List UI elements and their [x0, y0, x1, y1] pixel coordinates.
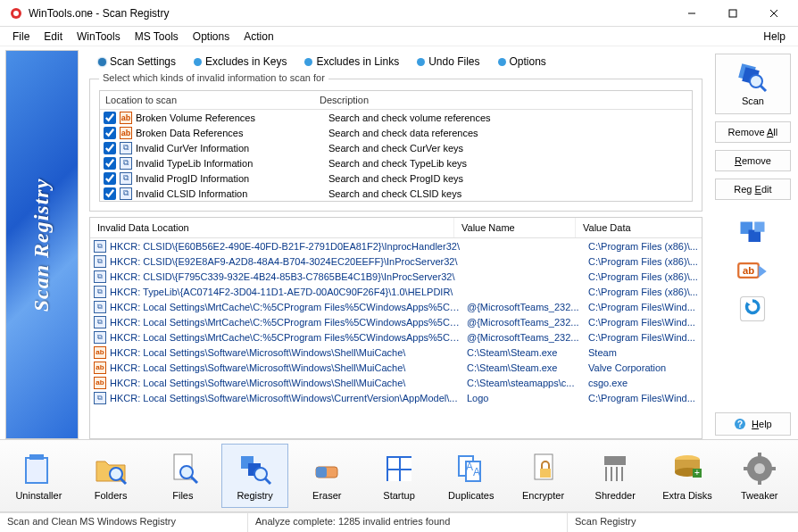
menu-help[interactable]: Help: [756, 29, 793, 45]
tab-options[interactable]: Options: [491, 54, 553, 70]
kind-description: Search and check CurVer keys: [328, 143, 688, 154]
result-location: HKCR: CLSID\{F795C339-932E-4B24-85B3-C78…: [110, 271, 467, 282]
tool-label: Tweaker: [741, 490, 778, 501]
menu-file[interactable]: File: [5, 29, 37, 45]
remove-all-button[interactable]: Remove All: [715, 121, 791, 143]
tool-duplicates[interactable]: AADuplicates: [437, 444, 504, 508]
registry-icon: ⧉: [94, 316, 106, 328]
svg-rect-19: [26, 458, 47, 483]
kind-checkbox[interactable]: [104, 142, 116, 154]
menu-edit[interactable]: Edit: [37, 29, 70, 45]
tab-dot-icon: [417, 58, 425, 66]
magnifier-cube-icon: [736, 62, 769, 94]
tool-label: Folders: [95, 490, 128, 501]
tool-files[interactable]: Files: [149, 444, 216, 508]
svg-rect-34: [401, 458, 411, 469]
kind-checkbox[interactable]: [104, 112, 116, 124]
kind-row[interactable]: ⧉Invalid CLSID InformationSearch and che…: [100, 186, 692, 201]
encrypter-icon: [526, 451, 561, 486]
help-button[interactable]: ? Help: [715, 412, 791, 436]
col-value-data[interactable]: Value Data: [576, 218, 702, 237]
ab-icon: ab: [120, 127, 132, 139]
kind-checkbox[interactable]: [104, 127, 116, 139]
tool-tweaker[interactable]: Tweaker: [726, 444, 793, 508]
registry-icon: ⧉: [120, 172, 132, 185]
result-row[interactable]: abHKCR: Local Settings\Software\Microsof…: [90, 360, 702, 375]
tab-dot-icon: [304, 58, 312, 66]
menu-ms-tools[interactable]: MS Tools: [128, 29, 186, 45]
banner-text: Scan Registry: [30, 178, 54, 312]
tool-uninstaller[interactable]: Uninstaller: [5, 444, 72, 508]
cubes-icon[interactable]: [736, 218, 769, 250]
menu-wintools[interactable]: WinTools: [70, 29, 128, 45]
result-row[interactable]: ⧉HKCR: CLSID\{E60B56E2-490E-40FD-B21F-27…: [90, 238, 702, 254]
tab-excludes-in-links[interactable]: Excludes in Links: [297, 54, 406, 70]
kind-description: Search and check volume references: [328, 112, 688, 123]
scan-button[interactable]: Scan: [715, 54, 791, 114]
reg-edit-button[interactable]: Reg Edit: [715, 179, 791, 200]
col-value-name[interactable]: Value Name: [454, 218, 576, 237]
result-row[interactable]: ⧉HKCR: Local Settings\MrtCache\C:%5CProg…: [90, 329, 702, 345]
menu-action[interactable]: Action: [237, 29, 280, 45]
result-valuedata: C:\Program Files (x86)\...: [588, 287, 698, 297]
tool-startup[interactable]: Startup: [366, 444, 433, 508]
tab-scan-settings[interactable]: Scan Settings: [91, 54, 183, 70]
kind-location: Invalid ProgID Information: [136, 173, 328, 184]
result-valuedata: C:\Program Files\Wind...: [588, 302, 698, 312]
ab-icon: ab: [120, 112, 132, 124]
status-left: Scan and Clean MS Windows Registry: [0, 513, 248, 532]
tool-encrypter[interactable]: Encrypter: [510, 444, 577, 508]
col-invalid-location[interactable]: Invalid Data Location: [90, 218, 454, 237]
tool-label: Shredder: [595, 490, 636, 501]
tab-undo-files[interactable]: Undo Files: [410, 54, 486, 70]
kind-row[interactable]: ⧉Invalid CurVer InformationSearch and ch…: [100, 140, 692, 155]
minimize-button[interactable]: [671, 0, 712, 27]
result-row[interactable]: ⧉HKCR: CLSID\{F795C339-932E-4B24-85B3-C7…: [90, 269, 702, 284]
tool-registry[interactable]: Registry: [221, 444, 288, 508]
result-row[interactable]: abHKCR: Local Settings\Software\Microsof…: [90, 375, 702, 390]
kind-row[interactable]: abBroken Data ReferencesSearch and check…: [100, 125, 692, 140]
result-valuedata: C:\Program Files\Wind...: [588, 393, 698, 403]
result-location: HKCR: Local Settings\Software\Microsoft\…: [110, 378, 467, 388]
maximize-button[interactable]: [712, 0, 753, 27]
kind-checkbox[interactable]: [104, 157, 116, 170]
kind-checkbox[interactable]: [104, 172, 116, 185]
result-row[interactable]: ⧉HKCR: CLSID\{E92E8AF9-A2D8-48A4-B704-30…: [90, 254, 702, 269]
result-row[interactable]: ⧉HKCR: Local Settings\MrtCache\C:%5CProg…: [90, 299, 702, 314]
app-icon: [9, 6, 23, 21]
registry-icon: ⧉: [120, 142, 132, 154]
kind-checkbox[interactable]: [104, 187, 116, 200]
result-valuedata: C:\Program Files\Wind...: [588, 317, 698, 328]
tool-extra-disks[interactable]: +Extra Disks: [654, 444, 721, 508]
registry-icon: ⧉: [94, 286, 106, 298]
result-row[interactable]: ⧉HKCR: Local Settings\Software\Microsoft…: [90, 390, 702, 405]
tool-eraser[interactable]: Eraser: [294, 444, 361, 508]
window-title: WinTools.one - Scan Registry: [29, 7, 671, 20]
tool-folders[interactable]: Folders: [78, 444, 145, 508]
kind-location: Broken Data References: [136, 128, 328, 138]
tool-label: Registry: [237, 490, 272, 501]
tab-excludes-in-keys[interactable]: Excludes in Keys: [187, 54, 294, 70]
result-valuedata: C:\Program Files (x86)\...: [588, 271, 698, 282]
registry-icon: [237, 451, 273, 486]
titlebar: WinTools.one - Scan Registry: [0, 0, 798, 27]
kinds-header-description[interactable]: Description: [314, 91, 692, 109]
result-valuename: C:\Steam\steamapps\c...: [467, 378, 588, 388]
remove-button[interactable]: Remove: [715, 150, 791, 171]
kind-row[interactable]: ⧉Invalid ProgID InformationSearch and ch…: [100, 170, 692, 186]
result-row[interactable]: abHKCR: Local Settings\Software\Microsof…: [90, 345, 702, 360]
kind-row[interactable]: abBroken Volume ReferencesSearch and che…: [100, 110, 692, 125]
result-row[interactable]: ⧉HKCR: Local Settings\MrtCache\C:%5CProg…: [90, 314, 702, 329]
menu-options[interactable]: Options: [186, 29, 237, 45]
kinds-header-location[interactable]: Location to scan: [100, 91, 314, 109]
tool-shredder[interactable]: Shredder: [582, 444, 649, 508]
ab-tag-icon[interactable]: ab: [736, 255, 769, 287]
result-valuedata: Steam: [588, 347, 698, 358]
kinds-header: Location to scan Description: [100, 91, 692, 110]
kind-location: Broken Volume References: [136, 112, 328, 123]
result-row[interactable]: ⧉HKCR: TypeLib\{AC0714F2-3D04-11D1-AE7D-…: [90, 284, 702, 299]
kind-row[interactable]: ⧉Invalid TypeLib InformationSearch and c…: [100, 155, 692, 170]
tool-label: Duplicates: [448, 490, 494, 501]
close-button[interactable]: [753, 0, 794, 27]
recycle-icon[interactable]: [736, 293, 769, 325]
